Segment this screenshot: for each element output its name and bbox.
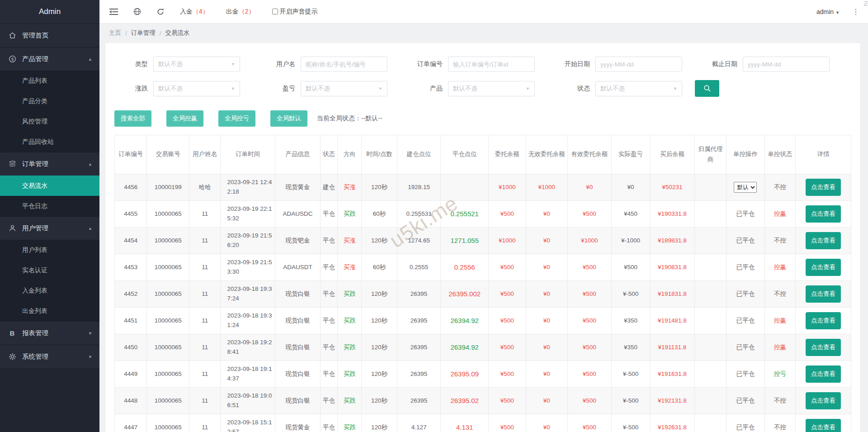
username-input[interactable] — [301, 57, 387, 72]
cell-after_balance: ¥190331.8 — [650, 201, 695, 228]
cell-order_no: 4447 — [115, 414, 147, 432]
cell-status: 平仓 — [320, 281, 337, 308]
app-title: Admin — [0, 0, 99, 24]
cell-open_point: 1274.65 — [397, 228, 441, 254]
corner-watermark: 正版 — [863, 0, 868, 7]
col-direction: 方向 — [338, 135, 362, 174]
cell-actual_profit: ¥-1000 — [611, 228, 650, 254]
cell-detail: 点击查看 — [796, 334, 851, 361]
detail-button[interactable]: 点击查看 — [806, 339, 841, 356]
cell-order_time: 2023-09-18 19:06:51 — [221, 388, 275, 414]
collapse-sidebar-icon[interactable] — [109, 9, 118, 15]
sidebar-item-dashboard[interactable]: 管理首页 — [0, 24, 99, 47]
detail-button[interactable]: 点击查看 — [806, 259, 841, 276]
sidebar-item-users[interactable]: 用户管理 ▲ — [0, 216, 99, 240]
cell-product: 现货钯金 — [275, 228, 321, 254]
table-row: 445610000199哈哈2023-09-21 12:42:18现货黄金建仓买… — [115, 174, 851, 201]
user-menu[interactable]: admin▼ — [816, 8, 840, 15]
global-lose-button[interactable]: 全局控亏 — [218, 110, 255, 127]
sidebar-item-trade-flow[interactable]: 交易流水 — [0, 176, 99, 196]
search-button[interactable] — [695, 80, 719, 97]
sidebar-item-reports[interactable]: B 报表管理 ▼ — [0, 321, 99, 345]
detail-button[interactable]: 点击查看 — [806, 312, 841, 329]
end-date-input[interactable] — [743, 57, 830, 72]
cell-duration: 120秒 — [362, 228, 397, 254]
detail-button[interactable]: 点击查看 — [806, 366, 841, 383]
product-filter-label: 产品 — [409, 85, 448, 93]
updown-select[interactable]: 默认不选▼ — [153, 81, 240, 96]
cell-username: 哈哈 — [189, 174, 221, 201]
cell-invalid_consign: ¥0 — [526, 414, 568, 432]
cell-account: 10000065 — [147, 201, 189, 228]
language-globe-icon[interactable] — [133, 8, 141, 15]
cell-control_op: 已平仓 — [726, 254, 765, 281]
sidebar-item-product-list[interactable]: 产品列表 — [0, 71, 99, 91]
cell-control_op: 已平仓 — [726, 201, 765, 228]
sidebar-item-product-recycle[interactable]: 产品回收站 — [0, 132, 99, 152]
refresh-icon[interactable] — [156, 8, 165, 16]
cell-order_no: 4454 — [115, 228, 147, 254]
cell-actual_profit: ¥500 — [611, 254, 650, 281]
more-options-icon[interactable]: ⋮ — [852, 7, 859, 16]
profit-select[interactable]: 默认不选▼ — [301, 81, 387, 96]
cell-agent — [694, 388, 726, 414]
global-status-text: 当前全局状态：--默认-- — [317, 114, 382, 123]
breadcrumb-orders[interactable]: 订单管理 — [131, 29, 156, 37]
cell-invalid_consign: ¥0 — [526, 254, 568, 281]
cell-agent — [694, 174, 726, 201]
cell-account: 10000065 — [147, 414, 189, 432]
sidebar-item-orders[interactable]: 订单管理 ▲ — [0, 152, 99, 176]
deposit-link[interactable]: 入金（4） — [180, 8, 209, 16]
detail-button[interactable]: 点击查看 — [806, 419, 841, 432]
global-win-button[interactable]: 全局控赢 — [166, 110, 203, 127]
control-select[interactable]: 默认 — [734, 182, 757, 193]
cell-control_state: 不控 — [764, 228, 795, 254]
cell-invalid_consign: ¥0 — [526, 201, 568, 228]
sidebar-item-realname-auth[interactable]: 实名认证 — [0, 260, 99, 280]
cell-duration: 120秒 — [362, 308, 397, 334]
withdraw-link[interactable]: 出金（2） — [226, 8, 255, 16]
cell-agent — [694, 308, 726, 334]
col-order_time: 订单时间 — [221, 135, 275, 174]
sidebar-item-label: 订单管理 — [22, 160, 48, 168]
detail-button[interactable]: 点击查看 — [806, 232, 841, 249]
svg-text:$: $ — [11, 57, 14, 62]
cell-invalid_consign: ¥0 — [526, 361, 568, 388]
cell-order_time: 2023-09-18 19:14:37 — [221, 361, 275, 388]
sound-checkbox[interactable] — [272, 9, 278, 14]
type-select[interactable]: 默认不选▼ — [153, 57, 240, 72]
cell-control_state: 控亏 — [764, 361, 795, 388]
cell-agent — [694, 201, 726, 228]
cell-duration: 120秒 — [362, 334, 397, 361]
cell-detail: 点击查看 — [796, 414, 851, 432]
cell-actual_profit: ¥350 — [611, 334, 650, 361]
breadcrumb-home[interactable]: 主页 — [109, 29, 121, 37]
status-select[interactable]: 默认不选▼ — [595, 81, 682, 96]
search-all-button[interactable]: 搜索全部 — [114, 110, 151, 127]
cell-status: 平仓 — [320, 254, 337, 281]
product-select[interactable]: 默认不选▼ — [448, 81, 535, 96]
cell-direction: 买跌 — [338, 388, 362, 414]
detail-button[interactable]: 点击查看 — [806, 205, 841, 223]
start-date-input[interactable] — [595, 57, 682, 72]
global-actions: 搜索全部 全局控赢 全局控亏 全局默认 当前全局状态：--默认-- — [114, 110, 851, 127]
global-default-button[interactable]: 全局默认 — [270, 110, 307, 127]
sidebar-item-user-list[interactable]: 用户列表 — [0, 240, 99, 260]
cell-product: 现货黄金 — [275, 174, 321, 201]
cell-account: 10000065 — [147, 281, 189, 308]
order-no-input[interactable] — [448, 57, 535, 72]
detail-button[interactable]: 点击查看 — [806, 392, 841, 409]
sidebar-item-system[interactable]: 系统管理 ▼ — [0, 345, 99, 368]
sidebar-item-deposit-list[interactable]: 入金列表 — [0, 280, 99, 301]
cell-duration: 120秒 — [362, 174, 397, 201]
cell-username: 11 — [189, 361, 221, 388]
detail-button[interactable]: 点击查看 — [806, 179, 841, 196]
sidebar-item-product-category[interactable]: 产品分类 — [0, 91, 99, 111]
sidebar-item-withdraw-list[interactable]: 出金列表 — [0, 301, 99, 321]
detail-button[interactable]: 点击查看 — [806, 285, 841, 303]
sidebar-item-risk-control[interactable]: 风控管理 — [0, 111, 99, 132]
cell-order_time: 2023-09-19 21:56:20 — [221, 228, 275, 254]
sidebar-item-products[interactable]: $ 产品管理 ▲ — [0, 47, 99, 71]
sound-toggle[interactable]: 开启声音提示 — [272, 8, 318, 16]
sidebar-item-close-log[interactable]: 平仓日志 — [0, 196, 99, 216]
